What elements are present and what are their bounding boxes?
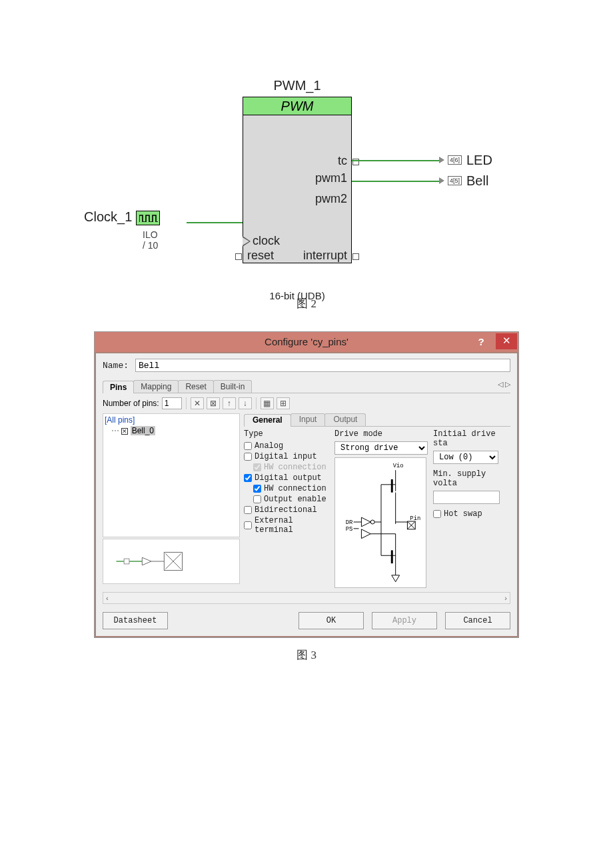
svg-marker-2	[142, 557, 151, 565]
schematic-canvas: PWM_1 PWM tc pwm1 pwm2 clock reset inter…	[80, 73, 533, 287]
svg-marker-19	[361, 529, 370, 539]
name-label: Name:	[103, 361, 129, 371]
tab-reset[interactable]: Reset	[178, 380, 213, 393]
clock-wave-icon	[136, 211, 160, 225]
drive-mode-select[interactable]: Strong drive	[334, 441, 428, 455]
chk-bidirectional[interactable]: Bidirectional	[244, 505, 329, 515]
pin-bell-idx[interactable]: 4[5]	[448, 176, 462, 185]
chk-hw-conn-output[interactable]: HW connection	[253, 484, 329, 493]
tab-pins[interactable]: Pins	[103, 381, 134, 393]
close-button[interactable]: ✕	[496, 333, 517, 349]
tool-sep	[256, 397, 257, 409]
all-pins-item[interactable]: [All pins]	[105, 415, 238, 425]
subtab-output[interactable]: Output	[324, 413, 366, 426]
dialog-title: Configure 'cy_pins'	[265, 336, 348, 347]
port-interrupt-stub	[352, 253, 359, 260]
chk-digital-input[interactable]: Digital input	[244, 452, 329, 461]
horizontal-scrollbar[interactable]: ‹ ›	[103, 592, 510, 604]
svg-marker-15	[361, 517, 370, 527]
pin-led-idx[interactable]: 4[6]	[448, 155, 462, 165]
arrow-icon	[439, 157, 444, 163]
port-pwm2: pwm2	[315, 192, 347, 206]
num-pins-label: Number of pins:	[103, 399, 159, 408]
chk-output-enable[interactable]: Output enable	[253, 495, 329, 504]
min-supply-input[interactable]	[433, 491, 500, 504]
min-supply-label: Min. supply volta	[433, 469, 510, 488]
chk-analog[interactable]: Analog	[244, 441, 329, 451]
ungroup-button[interactable]: ⊞	[277, 397, 290, 409]
tab-mapping[interactable]: Mapping	[133, 380, 179, 393]
pin-tree-row[interactable]: ⋯ ✕ Bell_0	[111, 426, 238, 435]
svg-text:PS: PS	[346, 526, 353, 533]
wire-clock	[187, 222, 243, 223]
arrow-icon	[439, 177, 444, 184]
name-input[interactable]	[135, 359, 510, 372]
port-tc: tc	[338, 154, 347, 168]
tool-sep	[186, 397, 187, 409]
clock-triangle-icon	[243, 236, 251, 247]
pwm-instance-name: PWM_1	[243, 78, 352, 93]
port-reset-stub	[235, 253, 242, 260]
type-header: Type	[244, 429, 329, 439]
scroll-left-icon[interactable]: ‹	[106, 594, 109, 602]
subtabs: General Input Output	[244, 413, 510, 427]
pin-symbol-icon: ✕	[121, 428, 128, 435]
pin-symbol-button[interactable]: ⊠	[207, 397, 220, 409]
svg-rect-1	[124, 559, 129, 564]
clock-sublabel: ILO / 10	[143, 229, 160, 251]
top-tabs: Pins Mapping Reset Built-in ◁ ▷	[103, 379, 510, 393]
clock-name: Clock_1	[84, 209, 132, 224]
svg-point-16	[370, 520, 374, 524]
drive-mode-diagram: Vio DR PS	[334, 457, 426, 588]
subtab-general[interactable]: General	[244, 414, 291, 427]
tab-nav-arrows[interactable]: ◁ ▷	[498, 380, 510, 389]
pin-led-label: LED	[466, 153, 492, 168]
scroll-right-icon[interactable]: ›	[504, 594, 507, 602]
wire-pwm2	[352, 181, 442, 182]
svg-rect-28	[391, 550, 393, 563]
chk-external-terminal[interactable]: External terminal	[244, 516, 329, 535]
apply-button: Apply	[372, 612, 437, 629]
port-reset: reset	[247, 249, 274, 263]
svg-text:DR: DR	[346, 519, 353, 526]
pwm-footer: 16-bit (UDB)	[243, 290, 352, 301]
pwm-body: tc pwm1 pwm2 clock reset interrupt	[243, 115, 352, 263]
clock-component[interactable]: Clock_1 ILO / 10	[84, 209, 160, 225]
chk-hw-conn-input: HW connection	[253, 463, 329, 472]
ok-button[interactable]: OK	[299, 612, 364, 629]
port-interrupt: interrupt	[303, 249, 347, 263]
port-pwm1: pwm1	[315, 171, 347, 185]
figure3-caption: 图 3	[0, 647, 613, 663]
drive-mode-header: Drive mode	[334, 429, 428, 439]
move-up-button[interactable]: ↑	[223, 397, 236, 409]
chk-digital-output[interactable]: Digital output	[244, 473, 329, 483]
pin-preview	[103, 539, 240, 584]
group-button[interactable]: ▦	[261, 397, 274, 409]
delete-pin-button[interactable]: ✕	[191, 397, 204, 409]
configure-dialog: Configure 'cy_pins' ? ✕ Name: Pins Mappi…	[94, 331, 519, 638]
titlebar: Configure 'cy_pins' ? ✕	[95, 332, 518, 352]
initial-state-label: Initial drive sta	[433, 429, 510, 448]
svg-marker-30	[392, 575, 400, 582]
pin-bell-label: Bell	[466, 173, 488, 189]
help-button[interactable]: ?	[469, 332, 493, 352]
pin-tree[interactable]: [All pins] ⋯ ✕ Bell_0	[103, 413, 240, 537]
svg-text:Vio: Vio	[393, 463, 404, 469]
port-clock: clock	[253, 234, 280, 248]
move-down-button[interactable]: ↓	[239, 397, 252, 409]
subtab-input[interactable]: Input	[291, 413, 326, 426]
pwm-header: PWM	[243, 97, 352, 115]
num-pins-input[interactable]	[162, 397, 182, 409]
svg-rect-10	[391, 479, 393, 493]
cancel-button[interactable]: Cancel	[445, 612, 510, 629]
pin-item-label: Bell_0	[131, 426, 155, 435]
pwm-component[interactable]: PWM_1 PWM tc pwm1 pwm2 clock reset inter…	[243, 97, 352, 263]
tab-builtin[interactable]: Built-in	[213, 380, 253, 393]
wire-pwm1	[352, 160, 442, 161]
datasheet-button[interactable]: Datasheet	[103, 612, 168, 629]
chk-hot-swap[interactable]: Hot swap	[433, 509, 510, 519]
initial-state-select[interactable]: Low (0)	[433, 451, 498, 464]
